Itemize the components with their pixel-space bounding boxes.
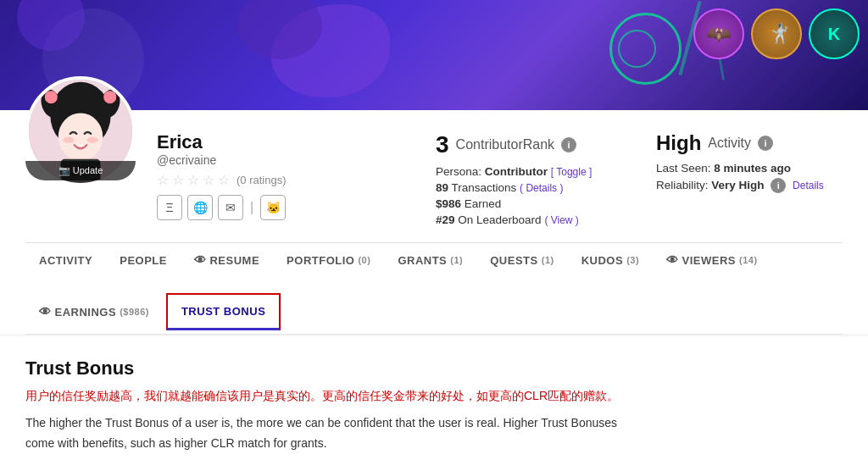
ratings-count: (0 ratings): [236, 174, 287, 186]
tab-people[interactable]: PEOPLE: [106, 244, 181, 277]
tab-viewers[interactable]: 👁 VIEWERS (14): [653, 243, 771, 277]
persona-value: Contributor: [485, 165, 548, 178]
activity-col: High Activity i Last Seen: 8 minutes ago…: [656, 131, 843, 230]
earned-row: $986 Earned: [436, 197, 622, 210]
eth-icon-btn[interactable]: Ξ: [157, 195, 182, 220]
tab-viewers-count: (14): [739, 255, 758, 265]
rank-info-icon[interactable]: i: [561, 137, 576, 152]
tx-count: 89: [436, 181, 448, 194]
rank-number: 3: [436, 131, 449, 158]
camera-icon: 📷: [58, 165, 70, 175]
tab-trust-bonus-label: TRUST BONUS: [181, 305, 265, 318]
svg-point-5: [103, 91, 116, 103]
last-seen-label: Last Seen:: [656, 162, 711, 175]
tab-earnings[interactable]: 👁 EARNINGS ($986): [25, 295, 163, 329]
tab-people-label: PEOPLE: [120, 254, 167, 267]
activity-level: High: [656, 131, 701, 155]
badge-k: K: [809, 8, 860, 59]
contributor-rank-title: 3 ContributorRank i: [436, 131, 622, 158]
tab-activity-label: ACTIVITY: [39, 254, 92, 267]
tab-kudos-label: KUDOS: [581, 254, 623, 267]
tab-quests[interactable]: QUESTS (1): [476, 244, 567, 277]
rank-label: ContributorRank: [456, 137, 555, 152]
tab-portfolio-label: PORTFOLIO: [287, 254, 354, 267]
tab-viewers-label: VIEWERS: [682, 254, 736, 267]
lb-rank: #29: [436, 213, 455, 226]
lb-label: On Leaderboard: [458, 213, 544, 226]
transactions-row: 89 Transactions ( Details ): [436, 181, 622, 194]
update-label: Update: [73, 165, 103, 175]
svg-point-7: [63, 137, 74, 144]
star-3: ☆: [187, 172, 199, 188]
resume-eye-icon: 👁: [194, 253, 207, 267]
tab-grants[interactable]: GRANTS (1): [384, 244, 476, 277]
trust-bonus-chinese-text: 用户的信任奖励越高，我们就越能确信该用户是真实的。更高的信任奖金带来的好处，如更…: [25, 386, 843, 405]
tab-quests-label: QUESTS: [490, 254, 537, 267]
tab-kudos[interactable]: KUDOS (3): [568, 244, 653, 277]
reliability-info-icon[interactable]: i: [771, 178, 786, 193]
tab-grants-label: GRANTS: [398, 254, 447, 267]
tab-earnings-count: ($986): [120, 307, 149, 317]
stars-row: ☆ ☆ ☆ ☆ ☆ (0 ratings): [157, 172, 436, 188]
tab-quests-count: (1): [542, 255, 554, 265]
activity-label: Activity: [708, 136, 751, 151]
activity-title: High Activity i: [656, 131, 843, 155]
trust-bonus-description: The higher the Trust Bonus of a user is,…: [25, 413, 619, 454]
activity-info-icon[interactable]: i: [758, 136, 773, 151]
last-seen-value: 8 minutes ago: [714, 162, 791, 175]
earned-value: $986: [436, 197, 461, 210]
github-icon-btn[interactable]: 🐱: [260, 195, 286, 220]
nav-tabs-row2: 👁 EARNINGS ($986) TRUST BONUS: [25, 290, 843, 334]
tab-activity[interactable]: ACTIVITY: [25, 244, 106, 277]
tab-portfolio[interactable]: PORTFOLIO (0): [273, 244, 384, 277]
avatar-wrap: 📷 Update: [25, 76, 136, 180]
tab-earnings-label: EARNINGS: [55, 306, 117, 319]
tab-kudos-count: (3): [626, 255, 639, 265]
separator: |: [248, 200, 255, 215]
last-seen-row: Last Seen: 8 minutes ago: [656, 162, 843, 175]
svg-point-4: [45, 91, 58, 103]
badge-warrior: 🤺: [751, 8, 802, 59]
persona-toggle-link[interactable]: [ Toggle ]: [551, 166, 592, 178]
star-2: ☆: [172, 172, 184, 188]
earnings-eye-icon: 👁: [39, 305, 52, 319]
tx-details-link[interactable]: ( Details ): [520, 182, 563, 194]
tab-resume[interactable]: 👁 RESUME: [181, 243, 273, 277]
lb-view-link[interactable]: ( View ): [544, 214, 578, 226]
social-icons-row: Ξ 🌐 ✉ | 🐱: [157, 195, 436, 220]
nav-tabs-row1: ACTIVITY PEOPLE 👁 RESUME PORTFOLIO (0) G…: [25, 242, 843, 277]
stats-area: 3 ContributorRank i Persona: Contributor…: [436, 119, 843, 230]
profile-info: Erica @ecrivaine ☆ ☆ ☆ ☆ ☆ (0 ratings) Ξ…: [157, 119, 436, 220]
badge-bats: 🦇: [693, 8, 744, 59]
reliability-details-link[interactable]: Details: [793, 180, 824, 191]
reliability-row: Reliability: Very High i Details: [656, 178, 843, 193]
web-icon-btn[interactable]: 🌐: [187, 195, 213, 220]
content-area: Trust Bonus 用户的信任奖励越高，我们就越能确信该用户是真实的。更高的…: [0, 336, 868, 471]
star-4: ☆: [203, 172, 214, 188]
profile-section: 📷 Update Erica @ecrivaine ☆ ☆ ☆ ☆ ☆ (0 r…: [0, 110, 868, 334]
svg-point-8: [87, 137, 98, 144]
tab-grants-count: (1): [450, 255, 463, 265]
profile-name: Erica: [157, 131, 436, 153]
svg-point-6: [58, 113, 103, 160]
tab-portfolio-count: (0): [358, 255, 370, 265]
earned-label: Earned: [465, 197, 502, 210]
tx-label: Transactions: [452, 181, 517, 194]
tab-trust-bonus[interactable]: TRUST BONUS: [166, 293, 281, 330]
persona-row: Persona: Contributor [ Toggle ]: [436, 165, 622, 178]
avatar-update-bar[interactable]: 📷 Update: [25, 161, 136, 180]
star-1: ☆: [157, 172, 169, 188]
badge-area: 🦇 🤺 K: [693, 8, 860, 59]
viewers-eye-icon: 👁: [666, 253, 679, 267]
profile-handle: @ecrivaine: [157, 153, 436, 167]
trust-bonus-section-title: Trust Bonus: [25, 357, 843, 380]
star-5: ☆: [218, 172, 230, 188]
reliability-value: Very High: [711, 179, 764, 191]
persona-label: Persona:: [436, 165, 481, 178]
section-divider: [25, 334, 843, 335]
tab-resume-label: RESUME: [209, 254, 259, 267]
reliability-label: Reliability:: [656, 179, 709, 191]
email-icon-btn[interactable]: ✉: [218, 195, 243, 220]
leaderboard-row: #29 On Leaderboard ( View ): [436, 213, 622, 226]
contributor-rank-col: 3 ContributorRank i Persona: Contributor…: [436, 131, 622, 230]
